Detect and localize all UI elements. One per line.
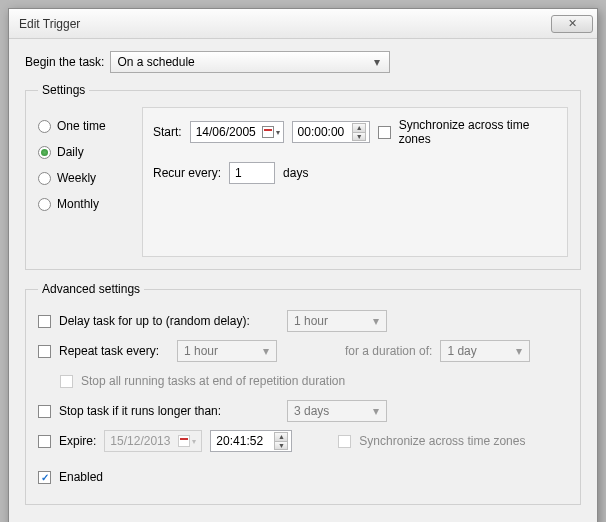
expire-checkbox[interactable]	[38, 435, 51, 448]
expire-time-input[interactable]: 20:41:52 ▲▼	[210, 430, 292, 452]
radio-daily[interactable]: Daily	[38, 139, 128, 165]
edit-trigger-dialog: Edit Trigger ✕ Begin the task: On a sche…	[8, 8, 598, 522]
repeat-label: Repeat task every:	[59, 344, 169, 358]
sync2-label: Synchronize across time zones	[359, 434, 525, 448]
radio-one-time[interactable]: One time	[38, 113, 128, 139]
sync2-checkbox	[338, 435, 351, 448]
chevron-down-icon: ▾	[276, 128, 280, 137]
window-title: Edit Trigger	[19, 17, 551, 31]
stop-if-label: Stop task if it runs longer than:	[59, 404, 279, 418]
settings-legend: Settings	[38, 83, 89, 97]
radio-label: Daily	[57, 145, 84, 159]
spinner-up-icon[interactable]: ▲	[274, 432, 288, 441]
spinner-down-icon[interactable]: ▼	[352, 132, 366, 141]
chevron-down-icon: ▾	[192, 437, 196, 446]
delay-label: Delay task for up to (random delay):	[59, 314, 279, 328]
radio-label: Monthly	[57, 197, 99, 211]
calendar-icon	[262, 126, 274, 138]
start-date-value: 14/06/2005	[196, 125, 256, 139]
expire-date-value: 15/12/2013	[110, 434, 170, 448]
calendar-icon	[178, 435, 190, 447]
radio-label: One time	[57, 119, 106, 133]
titlebar: Edit Trigger ✕	[9, 9, 597, 39]
close-icon: ✕	[568, 17, 577, 30]
recur-value-input[interactable]: 1	[229, 162, 275, 184]
stop-if-value: 3 days	[294, 404, 329, 418]
advanced-legend: Advanced settings	[38, 282, 144, 296]
radio-icon	[38, 120, 51, 133]
expire-label: Expire:	[59, 434, 96, 448]
delay-value: 1 hour	[294, 314, 328, 328]
expire-date-input: 15/12/2013 ▾	[104, 430, 202, 452]
radio-monthly[interactable]: Monthly	[38, 191, 128, 217]
stop-all-label: Stop all running tasks at end of repetit…	[81, 374, 345, 388]
radio-icon	[38, 146, 51, 159]
start-date-input[interactable]: 14/06/2005 ▾	[190, 121, 284, 143]
radio-label: Weekly	[57, 171, 96, 185]
enabled-label: Enabled	[59, 470, 103, 484]
start-time-value: 00:00:00	[298, 125, 345, 139]
recur-value: 1	[235, 166, 242, 180]
chevron-down-icon: ▾	[369, 314, 383, 328]
recur-unit: days	[283, 166, 308, 180]
radio-icon	[38, 198, 51, 211]
chevron-down-icon: ▾	[369, 55, 385, 69]
settings-group: Settings One time Daily Weekly	[25, 83, 581, 270]
repeat-value: 1 hour	[184, 344, 218, 358]
duration-value: 1 day	[447, 344, 476, 358]
start-time-input[interactable]: 00:00:00 ▲▼	[292, 121, 371, 143]
chevron-down-icon: ▾	[259, 344, 273, 358]
sync-timezone-label: Synchronize across time zones	[399, 118, 557, 146]
chevron-down-icon: ▾	[369, 404, 383, 418]
sync-timezone-checkbox[interactable]	[378, 126, 390, 139]
begin-task-value: On a schedule	[117, 55, 194, 69]
stop-all-checkbox	[60, 375, 73, 388]
delay-combo[interactable]: 1 hour ▾	[287, 310, 387, 332]
radio-icon	[38, 172, 51, 185]
begin-task-dropdown[interactable]: On a schedule ▾	[110, 51, 390, 73]
duration-label: for a duration of:	[345, 344, 432, 358]
stop-if-combo[interactable]: 3 days ▾	[287, 400, 387, 422]
spinner-up-icon[interactable]: ▲	[352, 123, 366, 132]
repeat-combo[interactable]: 1 hour ▾	[177, 340, 277, 362]
spinner-down-icon[interactable]: ▼	[274, 441, 288, 450]
advanced-settings-group: Advanced settings Delay task for up to (…	[25, 282, 581, 505]
start-label: Start:	[153, 125, 182, 139]
close-button[interactable]: ✕	[551, 15, 593, 33]
duration-combo[interactable]: 1 day ▾	[440, 340, 530, 362]
stop-if-checkbox[interactable]	[38, 405, 51, 418]
begin-task-label: Begin the task:	[25, 55, 104, 69]
delay-checkbox[interactable]	[38, 315, 51, 328]
enabled-checkbox[interactable]	[38, 471, 51, 484]
radio-weekly[interactable]: Weekly	[38, 165, 128, 191]
chevron-down-icon: ▾	[512, 344, 526, 358]
recur-label: Recur every:	[153, 166, 221, 180]
expire-time-value: 20:41:52	[216, 434, 263, 448]
repeat-checkbox[interactable]	[38, 345, 51, 358]
